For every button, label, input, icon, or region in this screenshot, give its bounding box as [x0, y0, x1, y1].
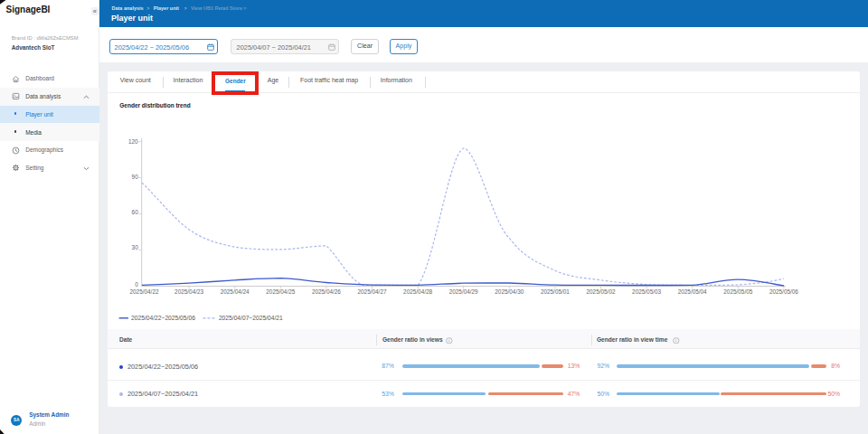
- svg-text:2025/04/22: 2025/04/22: [130, 288, 159, 295]
- svg-text:2025/04/24: 2025/04/24: [221, 288, 250, 295]
- svg-text:90: 90: [132, 174, 139, 180]
- svg-text:2025/04/30: 2025/04/30: [495, 288, 524, 295]
- svg-text:2025/05/04: 2025/05/04: [678, 288, 707, 295]
- svg-text:2025/05/05: 2025/05/05: [723, 288, 752, 295]
- svg-text:2025/05/02: 2025/05/02: [587, 288, 616, 295]
- svg-text:120: 120: [128, 138, 138, 145]
- svg-text:2025/05/01: 2025/05/01: [541, 288, 570, 295]
- svg-text:30: 30: [132, 244, 139, 250]
- svg-text:2025/04/25: 2025/04/25: [266, 288, 295, 295]
- svg-text:2025/05/03: 2025/05/03: [632, 288, 661, 295]
- svg-text:2025/04/28: 2025/04/28: [403, 288, 432, 295]
- svg-text:60: 60: [132, 209, 139, 215]
- svg-text:2025/05/06: 2025/05/06: [769, 288, 798, 295]
- svg-text:2025/04/26: 2025/04/26: [312, 288, 341, 295]
- svg-text:2025/04/07~2025/04/21: 2025/04/07~2025/04/21: [219, 315, 283, 321]
- svg-text:2025/04/29: 2025/04/29: [449, 288, 478, 295]
- svg-text:0: 0: [135, 281, 138, 288]
- svg-text:2025/04/23: 2025/04/23: [175, 288, 203, 295]
- svg-text:2025/04/22~2025/05/06: 2025/04/22~2025/05/06: [131, 315, 195, 321]
- svg-text:2025/04/27: 2025/04/27: [358, 288, 387, 295]
